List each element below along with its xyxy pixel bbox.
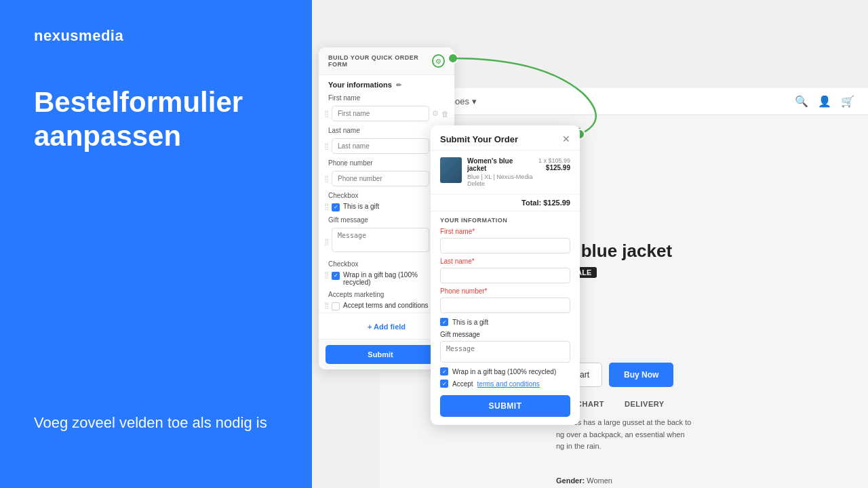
section-your-info: Your informations ✏: [319, 75, 454, 92]
modal-submit-button[interactable]: SUBMIT: [440, 395, 570, 417]
modal-terms-checkbox[interactable]: ✓: [440, 380, 448, 388]
modal-wrap-checkbox-row: ✓ Wrap in a gift bag (100% recycled): [431, 365, 580, 378]
modal-first-name-label: First name*: [431, 226, 580, 237]
nav-icons: 🔍 👤 🛒: [795, 95, 854, 108]
modal-gift-message-label: Gift message: [431, 328, 580, 340]
terms-checkbox-field: Accept terms and conditions: [332, 302, 429, 310]
field-delete-button[interactable]: 🗑: [441, 109, 449, 118]
drag-handle[interactable]: ⣿: [324, 110, 329, 117]
gift-message-input[interactable]: [332, 228, 429, 252]
phone-input-wrap: [332, 171, 429, 186]
first-name-input-wrap: [332, 106, 429, 121]
modal-product-variant: Blue | XL | Nexus-Media: [467, 174, 533, 180]
product-specs: Gender: Women Intended use: Hillwalking,…: [556, 474, 861, 488]
check-icon: ✓: [334, 273, 338, 279]
search-icon[interactable]: 🔍: [795, 95, 808, 108]
modal-header: Submit Your Order ✕: [431, 125, 580, 150]
logo: nexusmedia: [34, 27, 278, 45]
modal-first-name-input[interactable]: [440, 238, 570, 253]
logo-bold: media: [79, 27, 123, 44]
product-title-prefix: s blue jacket: [566, 241, 672, 262]
modal-product-price: 1 x $105.99 $125.99: [538, 157, 570, 171]
gift-checkbox-label: This is a gift: [343, 203, 379, 210]
modal-product-info: Women's blue jacket Blue | XL | Nexus-Me…: [467, 157, 533, 187]
buy-now-button[interactable]: Buy Now: [609, 363, 673, 387]
first-name-input[interactable]: [332, 106, 429, 121]
modal-product-delete[interactable]: Delete: [467, 180, 533, 187]
sale-badge: SALE: [566, 266, 672, 278]
modal-wrap-checkbox[interactable]: ✓: [440, 367, 448, 375]
gift-message-input-wrap: [332, 228, 429, 255]
order-modal: Submit Your Order ✕ Women's blue jacket …: [431, 125, 580, 425]
terms-checkbox-label: Accept terms and conditions: [343, 302, 429, 309]
terms-checkbox[interactable]: [332, 302, 340, 310]
modal-terms-row: ✓ Accept terms and conditions: [431, 378, 580, 390]
page-heading: Bestelformulier aanpassen: [34, 85, 278, 154]
check-icon: ✓: [334, 205, 338, 210]
field-settings-button[interactable]: ⚙: [432, 109, 439, 118]
modal-phone-label: Phone number*: [431, 286, 580, 296]
modal-gift-message-input[interactable]: [440, 341, 570, 363]
left-panel: nexusmedia Bestelformulier aanpassen Voe…: [0, 0, 312, 488]
last-name-input[interactable]: [332, 138, 429, 154]
drag-handle[interactable]: ⣿: [324, 238, 329, 245]
gear-icon[interactable]: ⚙: [432, 54, 445, 68]
check-icon: ✓: [442, 381, 447, 387]
product-description: sleeves has a large gusset at the back t…: [556, 417, 861, 453]
gift-checkbox-field: ✓ This is a gift: [332, 203, 429, 211]
product-info: s blue jacket SALE: [566, 241, 672, 278]
tab-delivery[interactable]: DELIVERY: [625, 400, 665, 408]
modal-section-title: YOUR INFORMATION: [431, 211, 580, 226]
drag-handle[interactable]: ⣿: [324, 271, 329, 279]
modal-last-name-input[interactable]: [440, 268, 570, 283]
add-field-button[interactable]: + Add field: [368, 323, 406, 331]
modal-gift-checkbox[interactable]: ✓: [440, 318, 448, 326]
wrap-checkbox-label: Wrap in a gift bag (100% recycled): [343, 271, 429, 286]
gift-checkbox[interactable]: ✓: [332, 203, 340, 211]
form-builder-title: BUILD YOUR QUICK ORDER FORM: [328, 54, 432, 68]
field-actions: ⚙ 🗑: [432, 109, 449, 118]
check-icon: ✓: [442, 319, 447, 325]
wrap-checkbox-field: ✓ Wrap in a gift bag (100% recycled): [332, 271, 429, 286]
modal-close-button[interactable]: ✕: [562, 134, 570, 144]
modal-product-name: Women's blue jacket: [467, 157, 533, 172]
first-name-field-label: First name: [319, 92, 454, 103]
chevron-down-icon: ▾: [472, 96, 477, 106]
modal-gift-checkbox-label: This is a gift: [452, 319, 488, 326]
right-area: Clothes ▾ Shoes ▾ 🔍 👤 🛒 s blue jacket SA…: [312, 0, 868, 488]
modal-wrap-checkbox-label: Wrap in a gift bag (100% recycled): [452, 368, 556, 375]
last-name-input-wrap: [332, 138, 429, 154]
phone-input[interactable]: [332, 171, 429, 186]
modal-price: $125.99: [538, 164, 570, 171]
modal-product-image: [440, 157, 462, 183]
drag-handle[interactable]: ⣿: [324, 175, 329, 182]
modal-gift-checkbox-row: ✓ This is a gift: [431, 316, 580, 328]
modal-terms-link[interactable]: terms and conditions: [477, 380, 540, 388]
modal-phone-input[interactable]: [440, 298, 570, 313]
modal-product-row: Women's blue jacket Blue | XL | Nexus-Me…: [431, 150, 580, 195]
user-icon[interactable]: 👤: [818, 95, 831, 108]
shop-tabs: SIZE CHART DELIVERY: [556, 400, 868, 408]
first-name-field-row: ⣿ ⚙ 🗑: [319, 103, 454, 124]
modal-title: Submit Your Order: [440, 134, 518, 144]
page-subtext: Voeg zoveel velden toe als nodig is: [34, 413, 278, 434]
drag-handle[interactable]: ⣿: [324, 203, 329, 210]
check-icon: ✓: [442, 369, 447, 375]
drag-handle[interactable]: ⣿: [324, 302, 329, 309]
form-submit-button[interactable]: Submit: [326, 345, 435, 364]
modal-accept-label: Accept: [452, 380, 473, 388]
wrap-checkbox[interactable]: ✓: [332, 272, 340, 280]
modal-last-name-label: Last name*: [431, 256, 580, 266]
cart-icon[interactable]: 🛒: [841, 95, 854, 108]
logo-thin: nexus: [34, 27, 79, 44]
modal-qty: 1 x $105.99: [538, 157, 570, 164]
modal-total: Total: $125.99: [431, 195, 580, 211]
form-builder-header: BUILD YOUR QUICK ORDER FORM ⚙: [319, 47, 454, 75]
edit-icon[interactable]: ✏: [396, 81, 401, 89]
drag-handle[interactable]: ⣿: [324, 142, 329, 150]
